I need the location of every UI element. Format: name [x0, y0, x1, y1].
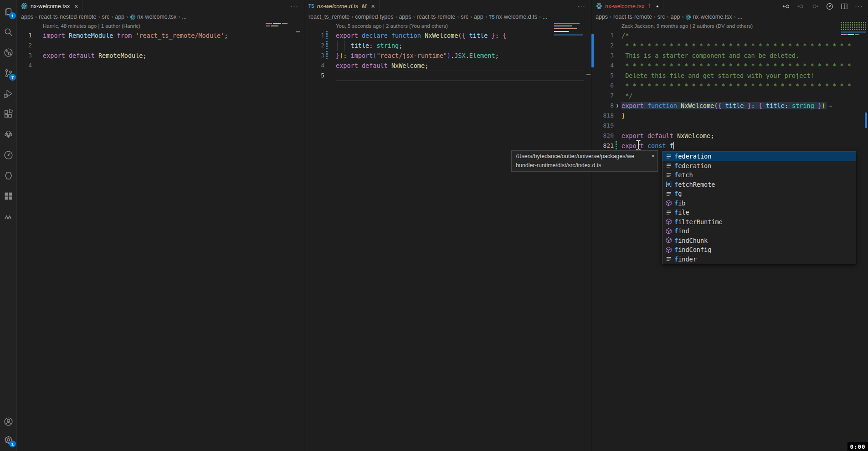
- token: [466, 32, 469, 39]
- activitybar-explorer-icon[interactable]: 1: [0, 3, 16, 20]
- breadcrumb-item[interactable]: apps: [596, 14, 608, 20]
- suggestion-method-icon: [665, 218, 673, 225]
- codelens-blame[interactable]: Zack Jackson, 9 months ago | 2 authors (…: [591, 21, 868, 31]
- code-line-5: 5 Delete this file and get started with …: [591, 71, 868, 81]
- breadcrumb-item[interactable]: nx-welcome.tsx: [685, 14, 732, 20]
- token: import: [43, 32, 65, 39]
- nav-prev-icon[interactable]: [796, 2, 805, 11]
- activitybar-extensions-icon[interactable]: [0, 106, 16, 122]
- breadcrumb-item[interactable]: app: [474, 14, 483, 20]
- breadcrumb-item[interactable]: react-ts-nested-remote: [39, 14, 96, 20]
- code-line-4: 4 * * * * * * * * * * * * * * * * * * * …: [591, 61, 868, 71]
- activitybar-search-icon[interactable]: [0, 24, 16, 40]
- code-line-819: 819: [591, 121, 868, 131]
- breadcrumb-item[interactable]: react-ts-remote: [613, 14, 652, 20]
- more-actions-icon[interactable]: ···: [290, 2, 299, 11]
- suggestion-item[interactable]: findChunk: [663, 236, 856, 246]
- suggestion-item[interactable]: file: [663, 208, 856, 217]
- suggestion-item[interactable]: fg: [663, 189, 856, 199]
- breadcrumb-item[interactable]: react-ts-remote: [417, 14, 456, 20]
- activitybar-run-and-debug-icon[interactable]: [0, 85, 16, 102]
- token: export: [621, 102, 644, 109]
- minimap-middle-pane[interactable]: [554, 23, 587, 37]
- breadcrumb-item[interactable]: app: [671, 14, 680, 20]
- minimap-left-pane[interactable]: [266, 23, 293, 30]
- breadcrumb-item[interactable]: ...: [182, 14, 186, 20]
- activitybar-accounts-icon[interactable]: [0, 413, 16, 430]
- breadcrumb-item[interactable]: apps: [399, 14, 411, 20]
- breadcrumb-separator: ›: [178, 14, 180, 20]
- editor-pane-left: nx-welcome.tsx×···apps›react-ts-nested-r…: [16, 0, 303, 451]
- breadcrumb-item[interactable]: react_ts_remote: [308, 14, 349, 20]
- recording-timer: 0:00: [847, 442, 868, 451]
- suggestion-item[interactable]: find: [663, 226, 856, 236]
- token: string: [376, 42, 399, 49]
- current-line-highlight: [336, 71, 584, 81]
- tab-close-icon[interactable]: ×: [371, 3, 375, 10]
- split-editor-icon[interactable]: [840, 2, 849, 11]
- breadcrumb-item[interactable]: src: [657, 14, 665, 20]
- suggestion-label: findConfig: [674, 246, 711, 253]
- tab-nx-welcome.tsx[interactable]: nx-welcome.tsx×: [17, 0, 82, 12]
- suggestion-rest: ilterRuntime: [678, 218, 723, 226]
- token: [95, 52, 98, 59]
- suggestion-rest: ind: [678, 227, 689, 235]
- editor-actions-right: ···: [781, 0, 868, 12]
- tab-close-icon[interactable]: ×: [74, 3, 78, 10]
- code-text: /*: [614, 31, 629, 41]
- token: ;: [143, 52, 147, 59]
- activitybar-gitlens-icon[interactable]: [0, 147, 16, 163]
- activitybar-testing-icon[interactable]: [0, 126, 16, 143]
- codelens-blame[interactable]: Hanric, 48 minutes ago | 1 author (Hanri…: [17, 21, 303, 31]
- more-actions-icon[interactable]: ···: [854, 2, 863, 11]
- activitybar-commit-graph-icon[interactable]: [0, 44, 16, 61]
- tooltip-close-icon[interactable]: ×: [651, 152, 655, 161]
- more-actions-icon[interactable]: ···: [577, 2, 586, 11]
- suggestion-item[interactable]: federation: [663, 161, 856, 171]
- token: [644, 102, 647, 109]
- code-editor-middle[interactable]: You, 5 seconds ago | 2 authors (You and …: [304, 21, 591, 451]
- minimap-right-pane[interactable]: [841, 22, 867, 39]
- suggestion-item[interactable]: fib: [663, 199, 856, 208]
- suggestion-item[interactable]: fetch: [663, 170, 856, 180]
- breadcrumb-item[interactable]: ...: [738, 14, 742, 20]
- breadcrumb-separator: ›: [485, 14, 487, 20]
- nav-next-icon[interactable]: [811, 2, 820, 11]
- suggestion-item[interactable]: fetchRemote: [663, 180, 856, 190]
- suggestion-item[interactable]: filterRuntime: [663, 217, 856, 227]
- breadcrumb-item[interactable]: TSnx-welcome.d.ts: [489, 14, 537, 20]
- suggestion-rest: ederation: [678, 162, 711, 169]
- line-number: 3: [17, 51, 32, 61]
- codelens-blame[interactable]: You, 5 seconds ago | 2 authors (You and …: [304, 21, 591, 31]
- fold-ellipsis[interactable]: ⋯: [828, 102, 832, 109]
- suggestion-item[interactable]: finder: [663, 255, 856, 264]
- compass-icon[interactable]: [825, 2, 834, 11]
- breadcrumb-label: react-ts-remote: [613, 14, 652, 20]
- tab-nx-welcome.d.ts[interactable]: TSnx-welcome.d.tsM×: [304, 0, 380, 12]
- typescript-file-icon: TS: [489, 15, 495, 20]
- token: NxWelcome: [681, 102, 714, 109]
- suggestion-item-selected[interactable]: federation: [663, 152, 856, 161]
- suggestion-label: fetch: [674, 171, 693, 179]
- tab-git-decoration: M: [362, 3, 366, 10]
- activitybar-source-control-icon[interactable]: 7: [0, 65, 16, 81]
- activitybar-hexagon-extension-icon[interactable]: [0, 167, 16, 184]
- activitybar-wave-extension-icon[interactable]: [0, 209, 16, 226]
- nav-back-icon[interactable]: [781, 2, 791, 11]
- tab-dirty-dot[interactable]: ●: [656, 4, 658, 9]
- breadcrumb-item[interactable]: ...: [543, 14, 547, 20]
- code-editor-left[interactable]: Hanric, 48 minutes ago | 1 author (Hanri…: [17, 21, 303, 451]
- breadcrumb-item[interactable]: nx-welcome.tsx: [130, 14, 176, 20]
- breadcrumb-item[interactable]: app: [115, 14, 124, 20]
- suggestion-item[interactable]: findConfig: [663, 245, 856, 255]
- tab-nx-welcome.tsx[interactable]: nx-welcome.tsx1●: [591, 0, 663, 12]
- breadcrumb-item[interactable]: apps: [21, 14, 33, 20]
- line-number: 819: [591, 121, 614, 131]
- activitybar-settings-icon[interactable]: 1: [0, 431, 16, 448]
- breadcrumb-item[interactable]: compiled-types: [355, 14, 393, 20]
- token: ;: [224, 32, 228, 39]
- suggestion-text-icon: [665, 256, 673, 262]
- activitybar-grid-extension-icon[interactable]: [0, 188, 16, 204]
- breadcrumb-item[interactable]: src: [102, 14, 110, 20]
- breadcrumb-item[interactable]: src: [461, 14, 468, 20]
